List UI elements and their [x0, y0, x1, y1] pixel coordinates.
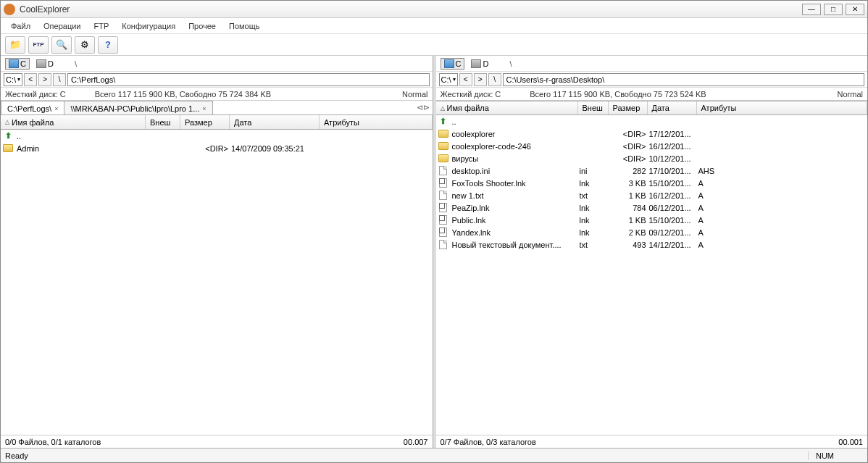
left-nav-root[interactable]: \ — [53, 73, 66, 86]
tab-close-icon[interactable]: × — [202, 105, 206, 112]
toolbar-folder-button[interactable]: 📁 — [5, 36, 25, 54]
left-col-name[interactable]: △Имя файла — [1, 115, 146, 129]
list-item[interactable]: Public.lnklnk1 KB15/10/201...A — [436, 214, 868, 226]
cell-date: 17/12/201... — [649, 130, 698, 138]
right-col-size[interactable]: Размер — [609, 101, 648, 114]
right-filelist[interactable]: ⬆..coolexplorer<DIR>17/12/201...coolexpl… — [436, 115, 868, 435]
cell-size: <DIR> — [610, 130, 649, 138]
right-col-date[interactable]: Дата — [648, 101, 697, 114]
toolbar-help-button[interactable]: ? — [98, 36, 118, 54]
list-item[interactable]: desktop.iniini28217/10/201...AHS — [436, 164, 868, 177]
folder-icon — [438, 154, 449, 164]
cell-ext: ini — [580, 167, 610, 175]
cell-date: 06/12/201... — [649, 204, 698, 212]
menu-operations[interactable]: Операции — [38, 20, 86, 32]
cell-size: <DIR> — [182, 144, 231, 153]
list-item[interactable]: Новый текстовый документ....txt49314/12/… — [436, 238, 868, 251]
left-diskinfo: Жесткий диск: C Всего 117 115 900 KB, Св… — [1, 88, 433, 101]
right-col-attr[interactable]: Атрибуты — [697, 101, 868, 114]
left-navbar: C:\ < > \ — [1, 72, 433, 88]
left-nav-back[interactable]: < — [24, 73, 37, 86]
right-col-name[interactable]: △Имя файла — [436, 101, 578, 114]
file-icon — [438, 240, 449, 250]
ftp-icon: FTP — [33, 41, 43, 48]
minimize-button[interactable]: — — [802, 4, 821, 15]
folder-icon — [438, 141, 449, 151]
cell-name: Yandex.lnk — [452, 228, 580, 237]
cell-attr: A — [698, 216, 706, 225]
list-item[interactable]: ⬆.. — [436, 115, 868, 128]
right-path-input[interactable] — [503, 73, 864, 86]
left-footer-time: 00.007 — [404, 438, 428, 446]
list-item[interactable]: coolexplorer<DIR>17/12/201... — [436, 128, 868, 140]
tab-label: \\MRKABAN-PC\Public\Ipro\Lpro 1... — [70, 104, 199, 113]
left-footer: 0/0 Файлов, 0/1 каталогов 00.007 — [1, 435, 433, 448]
list-item[interactable]: FoxTools Shooter.lnklnk3 KB15/10/201...A — [436, 177, 868, 189]
right-column-header: △Имя файла Внеш Размер Дата Атрибуты — [436, 101, 868, 115]
cell-date: 16/12/201... — [649, 142, 698, 151]
cell-attr: AHS — [698, 167, 718, 175]
tab[interactable]: \\MRKABAN-PC\Public\Ipro\Lpro 1...× — [64, 101, 212, 114]
list-item[interactable]: вирусы<DIR>10/12/201... — [436, 152, 868, 164]
list-item[interactable]: PeaZip.lnklnk78406/12/201...A — [436, 201, 868, 214]
list-item[interactable]: new 1.txttxt1 KB16/12/201...A — [436, 189, 868, 201]
list-item[interactable]: Yandex.lnklnk2 KB09/12/201...A — [436, 226, 868, 238]
cell-name: coolexplorer — [452, 130, 580, 138]
right-footer-count: 0/7 Файлов, 0/3 каталогов — [441, 438, 536, 446]
folder-icon — [438, 129, 449, 139]
toolbar-ftp-button[interactable]: FTP — [28, 36, 49, 54]
left-nav-fwd[interactable]: > — [38, 73, 51, 86]
cell-ext: lnk — [580, 204, 610, 212]
app-icon — [4, 4, 15, 15]
left-footer-count: 0/0 Файлов, 0/1 каталогов — [5, 438, 101, 446]
right-nav-fwd[interactable]: > — [474, 73, 487, 86]
toolbar-settings-button[interactable]: ⚙ — [75, 36, 95, 54]
left-col-size[interactable]: Размер — [180, 115, 230, 129]
left-col-ext[interactable]: Внеш — [146, 115, 180, 129]
right-disk-label: Жесткий диск: C — [441, 90, 501, 99]
right-drive-select[interactable]: C:\ — [439, 73, 458, 86]
right-nav-root[interactable]: \ — [488, 73, 501, 86]
toolbar-search-button[interactable]: 🔍 — [51, 36, 72, 54]
right-drive-c[interactable]: C — [441, 58, 465, 70]
cell-date: 16/12/201... — [649, 191, 698, 200]
tab-close-icon[interactable]: × — [54, 105, 58, 112]
right-nav-back[interactable]: < — [459, 73, 472, 86]
cell-date: 15/10/201... — [649, 216, 698, 225]
file-icon — [438, 191, 449, 201]
left-tabscroll[interactable]: ⊲⊳ — [417, 101, 433, 114]
right-col-ext[interactable]: Внеш — [578, 101, 609, 114]
cell-ext: lnk — [580, 228, 610, 237]
left-drive-select[interactable]: C:\ — [4, 73, 22, 86]
menu-ftp[interactable]: FTP — [88, 20, 115, 32]
gear-icon: ⚙ — [80, 39, 89, 50]
maximize-button[interactable]: □ — [824, 4, 843, 15]
menubar: Файл Операции FTP Конфигурация Прочее По… — [1, 18, 867, 34]
titlebar[interactable]: CoolExplorer — □ ✕ — [1, 1, 867, 18]
left-col-attr[interactable]: Атрибуты — [320, 115, 433, 129]
left-filelist[interactable]: ⬆..Admin<DIR>14/07/2009 09:35:21 — [1, 130, 433, 435]
left-drive-d[interactable]: D — [33, 58, 57, 70]
left-path-input[interactable] — [67, 73, 429, 86]
right-drive-d[interactable]: D — [467, 58, 492, 70]
cell-name: FoxTools Shooter.lnk — [452, 179, 580, 188]
cell-date: 14/12/201... — [649, 241, 698, 249]
close-button[interactable]: ✕ — [846, 4, 864, 15]
cell-date: 15/10/201... — [649, 179, 698, 188]
menu-other[interactable]: Прочее — [183, 20, 222, 32]
menu-config[interactable]: Конфигурация — [116, 20, 181, 32]
file-icon — [438, 166, 449, 176]
right-disk-space: Всего 117 115 900 KB, Свободно 75 723 52… — [530, 90, 706, 99]
tab[interactable]: C:\PerfLogs\× — [1, 101, 64, 114]
left-col-date[interactable]: Дата — [230, 115, 320, 129]
right-footer: 0/7 Файлов, 0/3 каталогов 00.001 — [436, 435, 868, 448]
cell-name: вирусы — [452, 154, 580, 163]
menu-file[interactable]: Файл — [5, 20, 36, 32]
shortcut-icon — [438, 228, 449, 238]
list-item[interactable]: Admin<DIR>14/07/2009 09:35:21 — [1, 142, 433, 154]
left-drive-c[interactable]: C — [5, 58, 30, 70]
cell-attr: A — [698, 241, 706, 249]
menu-help[interactable]: Помощь — [223, 20, 266, 32]
list-item[interactable]: coolexplorer-code-246<DIR>16/12/201... — [436, 140, 868, 152]
list-item[interactable]: ⬆.. — [1, 130, 433, 142]
